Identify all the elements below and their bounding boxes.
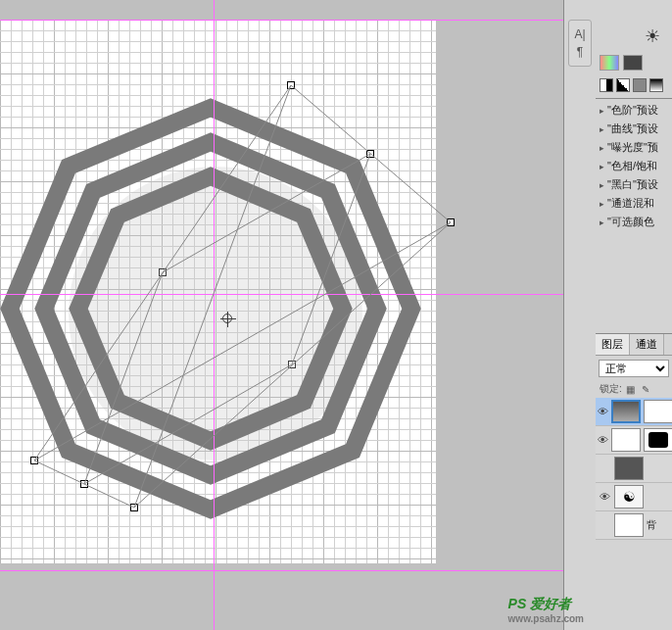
layer-mask-thumbnail[interactable] (644, 400, 672, 423)
preset-levels[interactable]: "色阶"预设 (596, 101, 672, 120)
layer-thumbnail[interactable] (611, 400, 641, 423)
layer-row[interactable]: 👁 ☯ (596, 483, 672, 511)
layers-tabs: 图层 通道 (596, 334, 672, 356)
layer-row[interactable]: 背 (596, 511, 672, 540)
visibility-toggle[interactable]: 👁 (598, 433, 608, 447)
tab-channels[interactable]: 通道 (630, 334, 664, 355)
layer-mask-thumbnail[interactable] (644, 428, 672, 452)
layer-thumbnail[interactable] (614, 513, 644, 537)
preset-hue-sat[interactable]: "色相/饱和 (596, 157, 672, 175)
collapsed-panel-strip[interactable]: A| ¶ (568, 20, 592, 67)
guide-horizontal-1[interactable] (0, 20, 563, 21)
svg-marker-1 (44, 142, 377, 475)
preset-channel-mixer[interactable]: "通道混和 (596, 194, 672, 213)
watermark: PS 爱好者 www.psahz.com (508, 596, 584, 624)
guide-vertical[interactable] (214, 0, 215, 630)
layer-thumbnail[interactable]: ☯ (614, 485, 644, 509)
layer-thumbnail[interactable] (614, 457, 644, 480)
layer-row[interactable] (596, 455, 672, 483)
layer-row[interactable]: 👁 (596, 426, 672, 455)
adjustment-icon[interactable] (649, 78, 663, 92)
transform-handle[interactable] (447, 218, 455, 226)
blend-mode-row: 正常 (596, 356, 672, 380)
layer-list: 👁 👁 👁 ☯ 背 (596, 398, 672, 540)
main-panels: ☀ "色阶"预设 "曲线"预设 "曝光度"预 "色相/饱和 "黑白"预设 "通道… (596, 20, 672, 233)
adjustment-icon[interactable] (633, 78, 647, 92)
guide-horizontal-2[interactable] (0, 294, 563, 295)
canvas-area[interactable] (0, 0, 563, 630)
layer-row[interactable]: 👁 (596, 398, 672, 426)
visibility-toggle[interactable] (598, 461, 611, 475)
octagon-shape (0, 88, 431, 529)
adjustment-icons-row-1 (596, 53, 672, 73)
character-panel-icon[interactable]: A| (571, 26, 589, 42)
adjustment-icon[interactable] (616, 78, 630, 92)
svg-marker-2 (78, 176, 343, 441)
panel-dock: A| ¶ ☀ "色阶"预设 "曲线"预设 "曝光度"预 "色相/饱和 "黑白"预… (563, 0, 672, 630)
adjustment-icon[interactable] (600, 55, 619, 71)
blend-mode-select[interactable]: 正常 (599, 360, 669, 377)
preset-curves[interactable]: "曲线"预设 (596, 120, 672, 138)
preset-list: "色阶"预设 "曲线"预设 "曝光度"预 "色相/饱和 "黑白"预设 "通道混和… (596, 98, 672, 233)
document-canvas[interactable] (0, 20, 436, 563)
layer-name: 背 (647, 518, 670, 532)
canvas-top-bar (0, 0, 563, 20)
guide-horizontal-3[interactable] (0, 570, 563, 571)
visibility-toggle[interactable] (598, 518, 611, 532)
adjustment-icon[interactable] (600, 78, 613, 92)
layer-thumbnail[interactable] (611, 428, 641, 452)
visibility-toggle[interactable]: 👁 (598, 490, 611, 504)
layers-panel: 图层 通道 正常 锁定: ▦ ✎ 👁 👁 (596, 333, 672, 630)
adjustments-header: ☀ (596, 20, 672, 53)
adjustment-icons-row-2 (596, 73, 672, 98)
lock-label: 锁定: (600, 382, 622, 396)
brightness-icon[interactable]: ☀ (645, 25, 660, 47)
visibility-toggle[interactable]: 👁 (598, 405, 608, 418)
lock-transparency-icon[interactable]: ▦ (625, 383, 637, 395)
preset-selective-color[interactable]: "可选颜色 (596, 213, 672, 231)
paragraph-panel-icon[interactable]: ¶ (571, 44, 589, 60)
preset-bw[interactable]: "黑白"预设 (596, 175, 672, 194)
tab-layers[interactable]: 图层 (596, 334, 630, 355)
preset-exposure[interactable]: "曝光度"预 (596, 138, 672, 157)
lock-pixels-icon[interactable]: ✎ (640, 383, 651, 395)
adjustment-icon[interactable] (623, 55, 643, 71)
lock-row: 锁定: ▦ ✎ (596, 380, 672, 398)
